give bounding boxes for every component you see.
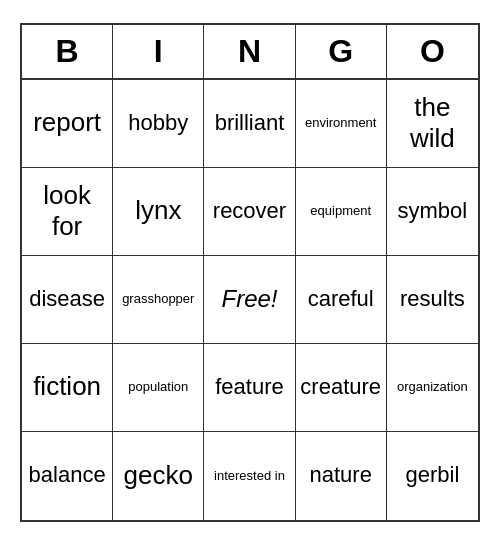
cell-text-18: creature bbox=[300, 374, 381, 400]
cell-text-21: gecko bbox=[124, 460, 193, 491]
cell-text-8: equipment bbox=[310, 203, 371, 219]
bingo-cell-23: nature bbox=[296, 432, 387, 520]
bingo-cell-7: recover bbox=[204, 168, 295, 256]
bingo-card: BINGO reporthobbybrilliantenvironmentthe… bbox=[20, 23, 480, 522]
bingo-cell-2: brilliant bbox=[204, 80, 295, 168]
bingo-cell-22: interested in bbox=[204, 432, 295, 520]
bingo-cell-0: report bbox=[22, 80, 113, 168]
bingo-cell-11: grasshopper bbox=[113, 256, 204, 344]
cell-text-12: Free! bbox=[221, 285, 277, 314]
cell-text-24: gerbil bbox=[405, 462, 459, 488]
cell-text-23: nature bbox=[310, 462, 372, 488]
bingo-cell-14: results bbox=[387, 256, 478, 344]
bingo-cell-13: careful bbox=[296, 256, 387, 344]
header-letter-I: I bbox=[113, 25, 204, 78]
cell-text-16: population bbox=[128, 379, 188, 395]
cell-text-2: brilliant bbox=[215, 110, 285, 136]
cell-text-20: balance bbox=[29, 462, 106, 488]
bingo-cell-15: fiction bbox=[22, 344, 113, 432]
header-letter-B: B bbox=[22, 25, 113, 78]
bingo-cell-20: balance bbox=[22, 432, 113, 520]
bingo-cell-1: hobby bbox=[113, 80, 204, 168]
cell-text-22: interested in bbox=[214, 468, 285, 484]
cell-text-11: grasshopper bbox=[122, 291, 194, 307]
bingo-cell-5: look for bbox=[22, 168, 113, 256]
header-letter-G: G bbox=[296, 25, 387, 78]
cell-text-13: careful bbox=[308, 286, 374, 312]
bingo-cell-19: organization bbox=[387, 344, 478, 432]
cell-text-7: recover bbox=[213, 198, 286, 224]
bingo-cell-12: Free! bbox=[204, 256, 295, 344]
bingo-cell-17: feature bbox=[204, 344, 295, 432]
bingo-header: BINGO bbox=[22, 25, 478, 80]
cell-text-17: feature bbox=[215, 374, 284, 400]
bingo-cell-3: environment bbox=[296, 80, 387, 168]
cell-text-5: look for bbox=[26, 180, 108, 242]
cell-text-10: disease bbox=[29, 286, 105, 312]
bingo-cell-21: gecko bbox=[113, 432, 204, 520]
bingo-cell-8: equipment bbox=[296, 168, 387, 256]
cell-text-3: environment bbox=[305, 115, 377, 131]
bingo-cell-24: gerbil bbox=[387, 432, 478, 520]
cell-text-14: results bbox=[400, 286, 465, 312]
cell-text-6: lynx bbox=[135, 195, 181, 226]
cell-text-19: organization bbox=[397, 379, 468, 395]
header-letter-N: N bbox=[204, 25, 295, 78]
cell-text-9: symbol bbox=[398, 198, 468, 224]
bingo-cell-4: the wild bbox=[387, 80, 478, 168]
cell-text-15: fiction bbox=[33, 371, 101, 402]
cell-text-0: report bbox=[33, 107, 101, 138]
cell-text-1: hobby bbox=[128, 110, 188, 136]
bingo-grid: reporthobbybrilliantenvironmentthe wildl… bbox=[22, 80, 478, 520]
header-letter-O: O bbox=[387, 25, 478, 78]
bingo-cell-10: disease bbox=[22, 256, 113, 344]
bingo-cell-18: creature bbox=[296, 344, 387, 432]
bingo-cell-9: symbol bbox=[387, 168, 478, 256]
cell-text-4: the wild bbox=[391, 92, 474, 154]
bingo-cell-6: lynx bbox=[113, 168, 204, 256]
bingo-cell-16: population bbox=[113, 344, 204, 432]
